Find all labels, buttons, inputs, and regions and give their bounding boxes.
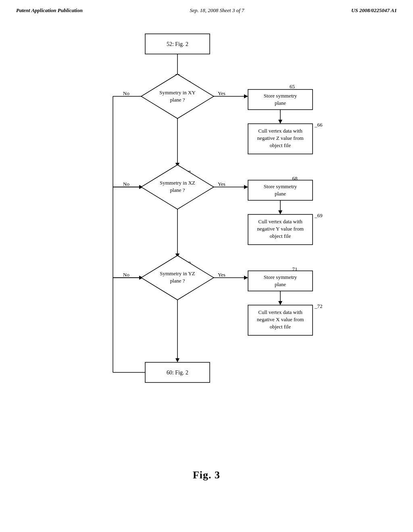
svg-text:plane ?: plane ? (170, 187, 185, 193)
svg-text:negative Y value from: negative Y value from (257, 226, 304, 232)
svg-marker-17 (278, 120, 282, 124)
svg-text:object file: object file (270, 324, 291, 330)
flowchart-svg: 52: Fig. 2 64 Symmetry in XY plane ? No … (40, 30, 355, 453)
svg-text:60: Fig. 2: 60: Fig. 2 (167, 370, 188, 376)
svg-text:Symmetry in YZ: Symmetry in YZ (160, 270, 195, 276)
svg-text:object file: object file (270, 233, 291, 239)
svg-marker-11 (244, 94, 248, 98)
header-center: Sep. 18, 2008 Sheet 3 of 7 (190, 7, 244, 14)
svg-text:Store symmetry: Store symmetry (264, 183, 297, 189)
svg-text:_72: _72 (314, 303, 323, 309)
svg-marker-67 (278, 301, 282, 305)
svg-marker-61 (244, 276, 248, 280)
svg-text:plane ?: plane ? (170, 97, 185, 103)
svg-text:Cull vertex data with: Cull vertex data with (258, 128, 302, 134)
svg-text:Yes: Yes (218, 272, 225, 278)
svg-marker-5 (141, 74, 214, 118)
diagram-area: 52: Fig. 2 64 Symmetry in XY plane ? No … (0, 18, 413, 493)
svg-text:Store symmetry: Store symmetry (264, 274, 297, 280)
svg-text:plane: plane (275, 281, 286, 287)
svg-text:Symmetry in XY: Symmetry in XY (159, 89, 196, 96)
header-right: US 2008/0225047 A1 (351, 7, 397, 14)
svg-text:52: Fig. 2: 52: Fig. 2 (167, 41, 188, 47)
figure-label: Fig. 3 (193, 469, 220, 481)
svg-text:65: 65 (290, 83, 295, 89)
svg-text:plane ?: plane ? (170, 278, 185, 284)
svg-text:Cull vertex data with: Cull vertex data with (258, 218, 302, 224)
page-header: Patent Application Publication Sep. 18, … (0, 0, 413, 14)
svg-text:negative X value from: negative X value from (257, 316, 304, 322)
svg-text:Yes: Yes (218, 90, 225, 96)
svg-text:Cull vertex data with: Cull vertex data with (258, 309, 302, 315)
svg-text:No: No (123, 272, 129, 278)
svg-text:plane: plane (275, 191, 286, 197)
svg-text:Yes: Yes (218, 181, 225, 187)
svg-marker-42 (278, 210, 282, 214)
svg-marker-36 (244, 185, 248, 189)
svg-text:No: No (123, 90, 129, 96)
svg-text:Symmetry in XZ: Symmetry in XZ (160, 180, 195, 186)
svg-text:Store symmetry: Store symmetry (264, 93, 297, 99)
svg-text:No: No (123, 181, 129, 187)
svg-marker-78 (175, 358, 179, 362)
svg-text:object file: object file (270, 142, 291, 148)
svg-text:plane: plane (275, 100, 286, 106)
svg-text:negative Z value from: negative Z value from (257, 135, 303, 141)
svg-text:_69: _69 (314, 212, 323, 218)
svg-text:_66: _66 (314, 122, 323, 128)
header-left: Patent Application Publication (16, 7, 83, 14)
